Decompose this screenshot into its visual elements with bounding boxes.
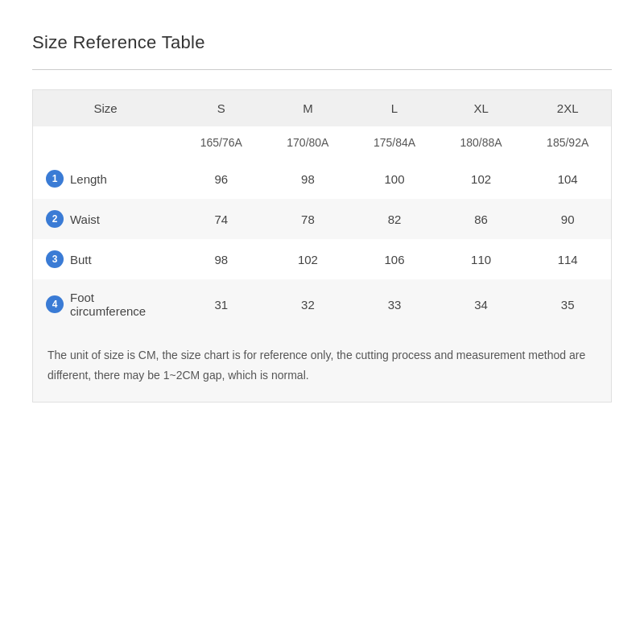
- col-header-m: M: [265, 90, 352, 126]
- subheader-empty: [33, 126, 178, 159]
- table-row: 3Butt98102106110114: [33, 239, 611, 279]
- row-value-cell: 34: [438, 279, 525, 329]
- row-value-cell: 100: [351, 159, 438, 199]
- table-row: 2Waist7478828690: [33, 199, 611, 239]
- subheader-row: 165/76A 170/80A 175/84A 180/88A 185/92A: [33, 126, 611, 159]
- row-label-cell: 1Length: [33, 159, 178, 199]
- col-header-2xl: 2XL: [524, 90, 611, 126]
- row-label-cell: 4Foot circumference: [33, 279, 178, 329]
- divider: [32, 69, 612, 70]
- row-value-cell: 114: [524, 239, 611, 279]
- col-header-l: L: [351, 90, 438, 126]
- row-label-text: Waist: [70, 213, 100, 226]
- row-value-cell: 104: [524, 159, 611, 199]
- row-value-cell: 35: [524, 279, 611, 329]
- row-label-text: Length: [70, 172, 107, 186]
- row-badge: 1: [46, 170, 64, 188]
- row-value-cell: 106: [351, 239, 438, 279]
- table-wrapper: Size S M L XL 2XL 165/76A 170/80A 175/84…: [32, 89, 612, 402]
- row-value-cell: 110: [438, 239, 525, 279]
- subheader-l: 175/84A: [351, 126, 438, 159]
- row-label-text: Foot circumference: [70, 291, 170, 318]
- row-badge: 2: [46, 210, 64, 228]
- page-title: Size Reference Table: [32, 32, 612, 53]
- subheader-xl: 180/88A: [438, 126, 525, 159]
- page-container: Size Reference Table Size S M L XL 2XL 1…: [16, 0, 628, 435]
- note-text: The unit of size is CM, the size chart i…: [47, 345, 597, 386]
- size-table: Size S M L XL 2XL 165/76A 170/80A 175/84…: [33, 90, 611, 329]
- row-label-text: Butt: [70, 253, 92, 266]
- row-value-cell: 32: [265, 279, 352, 329]
- row-value-cell: 86: [438, 199, 525, 239]
- row-value-cell: 33: [351, 279, 438, 329]
- table-row: 4Foot circumference3132333435: [33, 279, 611, 329]
- row-value-cell: 102: [438, 159, 525, 199]
- row-value-cell: 74: [178, 199, 265, 239]
- row-value-cell: 102: [265, 239, 352, 279]
- row-label-cell: 3Butt: [33, 239, 178, 279]
- col-header-size: Size: [33, 90, 178, 126]
- row-value-cell: 98: [178, 239, 265, 279]
- subheader-s: 165/76A: [178, 126, 265, 159]
- row-label-cell: 2Waist: [33, 199, 178, 239]
- row-badge: 4: [46, 295, 64, 313]
- row-badge: 3: [46, 250, 64, 268]
- row-value-cell: 98: [265, 159, 352, 199]
- row-value-cell: 82: [351, 199, 438, 239]
- subheader-m: 170/80A: [265, 126, 352, 159]
- table-row: 1Length9698100102104: [33, 159, 611, 199]
- col-header-s: S: [178, 90, 265, 126]
- row-value-cell: 90: [524, 199, 611, 239]
- note-section: The unit of size is CM, the size chart i…: [33, 329, 611, 402]
- header-row: Size S M L XL 2XL: [33, 90, 611, 126]
- subheader-2xl: 185/92A: [524, 126, 611, 159]
- row-value-cell: 96: [178, 159, 265, 199]
- row-value-cell: 78: [265, 199, 352, 239]
- row-value-cell: 31: [178, 279, 265, 329]
- col-header-xl: XL: [438, 90, 525, 126]
